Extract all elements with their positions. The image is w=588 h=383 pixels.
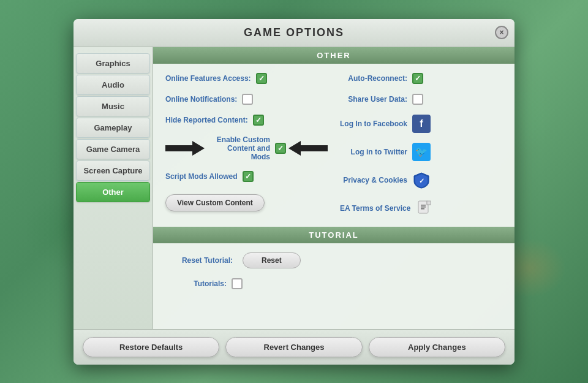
sidebar: Graphics Audio Music Gameplay Game Camer… bbox=[74, 47, 153, 329]
log-twitter-row: Log in to Twitter 🐦 bbox=[340, 143, 502, 161]
right-arrow-head bbox=[288, 141, 301, 156]
other-section-header: Other bbox=[153, 47, 514, 64]
ea-terms-label[interactable]: EA Terms of Service bbox=[340, 204, 410, 213]
game-options-dialog: Game Options × Graphics Audio Music Game… bbox=[74, 19, 514, 365]
right-arrow-body bbox=[300, 145, 328, 151]
svg-text:✓: ✓ bbox=[419, 177, 424, 184]
right-column: Auto-Reconnect: Share User Data: Log In … bbox=[340, 73, 502, 218]
view-custom-content-btn-row: View Custom Content bbox=[165, 194, 328, 211]
reset-tutorial-row: Reset Tutorial: Reset bbox=[165, 252, 502, 268]
sidebar-item-screen-capture[interactable]: Screen Capture bbox=[76, 161, 150, 181]
footer-buttons: Restore Defaults Revert Changes Apply Ch… bbox=[74, 329, 514, 365]
online-features-label[interactable]: Online Features Access: bbox=[165, 74, 251, 83]
dialog-overlay: Game Options × Graphics Audio Music Game… bbox=[0, 0, 588, 383]
left-arrow-head bbox=[192, 141, 205, 156]
svg-rect-3 bbox=[421, 207, 426, 208]
hide-reported-label[interactable]: Hide Reported Content: bbox=[165, 116, 248, 124]
log-facebook-label[interactable]: Log In to Facebook bbox=[340, 119, 407, 128]
other-section-content: Online Features Access: Online Notificat… bbox=[153, 64, 514, 227]
auto-reconnect-row: Auto-Reconnect: bbox=[340, 73, 502, 84]
auto-reconnect-label[interactable]: Auto-Reconnect: bbox=[340, 74, 407, 83]
main-content: Other Online Features Access: Online Not… bbox=[153, 47, 514, 329]
auto-reconnect-checkbox[interactable] bbox=[412, 73, 423, 84]
facebook-icon[interactable]: f bbox=[412, 115, 431, 133]
dialog-title: Game Options bbox=[244, 26, 344, 39]
tutorials-checkbox[interactable] bbox=[232, 278, 243, 289]
hide-reported-checkbox[interactable] bbox=[253, 115, 264, 126]
log-twitter-label[interactable]: Log in to Twitter bbox=[340, 148, 407, 156]
share-user-data-label[interactable]: Share User Data: bbox=[340, 95, 407, 104]
tutorials-row: Tutorials: bbox=[165, 278, 502, 289]
online-notifications-checkbox[interactable] bbox=[242, 94, 253, 105]
privacy-cookies-row: Privacy & Cookies ✓ bbox=[340, 171, 502, 189]
tutorials-label: Tutorials: bbox=[165, 279, 227, 288]
apply-changes-button[interactable]: Apply Changes bbox=[369, 337, 505, 357]
twitter-icon[interactable]: 🐦 bbox=[412, 143, 431, 161]
enable-custom-label[interactable]: Enable Custom Content and Mods bbox=[207, 135, 270, 161]
log-facebook-row: Log In to Facebook f bbox=[340, 115, 502, 133]
online-notifications-label[interactable]: Online Notifications: bbox=[165, 95, 237, 104]
revert-changes-button[interactable]: Revert Changes bbox=[225, 337, 362, 357]
svg-rect-4 bbox=[421, 208, 424, 210]
document-icon[interactable] bbox=[415, 199, 434, 218]
svg-rect-5 bbox=[427, 201, 431, 205]
privacy-cookies-label[interactable]: Privacy & Cookies bbox=[340, 176, 407, 184]
right-arrow-annotation bbox=[288, 141, 328, 156]
shield-icon[interactable]: ✓ bbox=[412, 171, 431, 189]
left-arrow-annotation bbox=[165, 141, 205, 156]
online-features-row: Online Features Access: bbox=[165, 73, 328, 84]
hide-reported-row: Hide Reported Content: bbox=[165, 115, 328, 126]
sidebar-item-music[interactable]: Music bbox=[76, 96, 150, 116]
script-mods-label[interactable]: Script Mods Allowed bbox=[165, 172, 238, 181]
dialog-body: Graphics Audio Music Gameplay Game Camer… bbox=[74, 47, 514, 329]
enable-custom-row: Enable Custom Content and Mods bbox=[207, 135, 286, 161]
title-bar: Game Options × bbox=[74, 19, 514, 47]
sidebar-item-graphics[interactable]: Graphics bbox=[76, 53, 150, 74]
svg-rect-2 bbox=[421, 205, 426, 206]
enable-custom-checkbox[interactable] bbox=[275, 143, 286, 154]
online-notifications-row: Online Notifications: bbox=[165, 94, 328, 105]
online-features-checkbox[interactable] bbox=[256, 73, 267, 84]
tutorial-section: Tutorial Reset Tutorial: Reset Tutorials… bbox=[153, 227, 514, 298]
tutorial-content: Reset Tutorial: Reset Tutorials: bbox=[153, 243, 514, 298]
restore-defaults-button[interactable]: Restore Defaults bbox=[83, 337, 219, 357]
reset-tutorial-button[interactable]: Reset bbox=[243, 252, 301, 268]
sidebar-item-other[interactable]: Other bbox=[76, 182, 150, 202]
left-arrow-body bbox=[165, 145, 193, 151]
sidebar-item-game-camera[interactable]: Game Camera bbox=[76, 139, 150, 159]
ea-terms-row: EA Terms of Service bbox=[340, 199, 502, 218]
script-mods-row: Script Mods Allowed bbox=[165, 171, 328, 182]
reset-tutorial-label: Reset Tutorial: bbox=[165, 256, 233, 265]
script-mods-checkbox[interactable] bbox=[243, 171, 254, 182]
share-user-data-checkbox[interactable] bbox=[412, 94, 423, 105]
enable-custom-annotated-row: Enable Custom Content and Mods bbox=[165, 135, 328, 161]
view-custom-content-button[interactable]: View Custom Content bbox=[165, 194, 265, 211]
left-column: Online Features Access: Online Notificat… bbox=[165, 73, 328, 218]
close-button[interactable]: × bbox=[495, 26, 508, 39]
sidebar-item-audio[interactable]: Audio bbox=[76, 75, 150, 95]
sidebar-item-gameplay[interactable]: Gameplay bbox=[76, 118, 150, 138]
share-user-data-row: Share User Data: bbox=[340, 94, 502, 105]
tutorial-section-header: Tutorial bbox=[153, 227, 514, 243]
